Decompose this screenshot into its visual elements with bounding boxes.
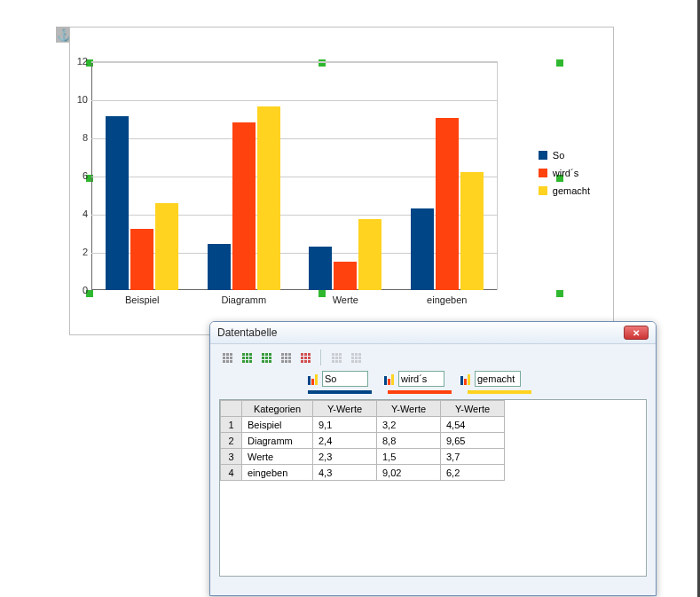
spacer-cell — [505, 417, 646, 433]
y-tick-label: 10 — [74, 94, 88, 105]
legend-swatch — [539, 169, 547, 177]
delete-row-icon[interactable] — [278, 350, 294, 365]
value-cell[interactable]: 2,4 — [313, 433, 377, 449]
series-name-row — [210, 371, 656, 390]
ywerte-header: Y-Werte — [441, 401, 505, 417]
y-tick-label: 12 — [74, 56, 88, 67]
category-label: eingeben — [407, 295, 487, 305]
legend-label: gemacht — [553, 185, 590, 196]
category-cell[interactable]: eingeben — [242, 465, 313, 481]
legend-item: gemacht — [539, 185, 590, 196]
bar[interactable] — [208, 244, 231, 290]
table-row[interactable]: 4 eingeben 4,3 9,02 6,2 — [221, 465, 646, 481]
table-row[interactable]: 2 Diagramm 2,4 8,8 9,65 — [221, 433, 646, 449]
bar[interactable] — [309, 247, 332, 290]
bar[interactable] — [130, 229, 153, 290]
plot-area: 024681012BeispielDiagrammWerteeingeben — [91, 61, 498, 290]
bar[interactable] — [334, 262, 357, 290]
bar-chart-icon — [308, 373, 320, 385]
table-row[interactable]: 1 Beispiel 9,1 3,2 4,54 — [221, 417, 646, 433]
value-cell[interactable]: 4,54 — [441, 417, 505, 433]
series-color-bar — [388, 390, 452, 394]
y-tick-label: 0 — [74, 285, 88, 295]
data-table-dialog[interactable]: Datentabelle ✕ — [209, 321, 657, 596]
grid-line — [91, 100, 497, 101]
delete-column-icon[interactable] — [297, 350, 313, 365]
bar[interactable] — [460, 172, 484, 290]
series-name-field[interactable] — [460, 371, 521, 387]
y-tick-label: 2 — [74, 247, 88, 257]
bar-chart-icon — [460, 373, 473, 385]
series-color-bar — [308, 390, 372, 394]
value-cell[interactable]: 6,2 — [441, 465, 505, 481]
ywerte-header: Y-Werte — [377, 401, 441, 417]
dialog-toolbar — [210, 344, 656, 371]
series-name-input[interactable] — [322, 371, 368, 387]
kategorien-header: Kategorien — [242, 401, 313, 417]
bar[interactable] — [232, 122, 256, 290]
y-tick-label: 8 — [74, 132, 88, 143]
close-icon: ✕ — [633, 328, 640, 338]
insert-row-icon[interactable] — [219, 350, 235, 365]
value-cell[interactable]: 3,2 — [377, 417, 441, 433]
insert-column-icon[interactable] — [239, 350, 255, 365]
row-number: 1 — [221, 417, 242, 433]
bar-chart-icon — [384, 373, 397, 385]
dialog-titlebar[interactable]: Datentabelle ✕ — [210, 322, 656, 344]
header-row: Kategorien Y-Werte Y-Werte Y-Werte — [221, 401, 646, 417]
series-name-field[interactable] — [384, 371, 444, 387]
table-row[interactable]: 3 Werte 2,3 1,5 3,7 — [221, 449, 646, 465]
spacer-cell — [505, 449, 646, 465]
value-cell[interactable]: 9,65 — [441, 433, 505, 449]
row-number: 4 — [221, 465, 242, 481]
row-number: 2 — [221, 433, 242, 449]
legend-swatch — [539, 186, 547, 195]
data-grid-container[interactable]: Kategorien Y-Werte Y-Werte Y-Werte 1 Bei… — [219, 399, 647, 577]
bar[interactable] — [436, 118, 459, 290]
corner-cell — [221, 401, 242, 417]
value-cell[interactable]: 2,3 — [313, 449, 377, 465]
value-cell[interactable]: 9,02 — [377, 465, 441, 481]
category-cell[interactable]: Werte — [242, 449, 313, 465]
selection-handle[interactable] — [556, 59, 563, 67]
spacer-cell — [505, 465, 646, 481]
bar[interactable] — [358, 219, 381, 290]
legend-swatch — [539, 151, 547, 160]
value-cell[interactable]: 3,7 — [441, 449, 505, 465]
category-label: Werte — [305, 295, 385, 305]
value-cell[interactable]: 4,3 — [313, 465, 377, 481]
category-cell[interactable]: Beispiel — [242, 417, 313, 433]
selection-handle[interactable] — [556, 290, 563, 297]
series-name-input[interactable] — [475, 371, 521, 387]
move-left-icon — [328, 350, 344, 365]
ywerte-header: Y-Werte — [313, 401, 377, 417]
spacer-cell — [505, 401, 646, 417]
legend-item: wird´s — [539, 168, 590, 178]
series-name-input[interactable] — [398, 371, 444, 387]
value-cell[interactable]: 9,1 — [313, 417, 377, 433]
close-button[interactable]: ✕ — [624, 326, 649, 340]
row-number: 3 — [221, 449, 242, 465]
y-tick-label: 4 — [74, 208, 88, 219]
legend: So wird´s gemacht — [539, 150, 590, 203]
legend-label: wird´s — [553, 168, 578, 178]
chart-object[interactable]: 024681012BeispielDiagrammWerteeingeben S… — [69, 27, 614, 335]
bar[interactable] — [257, 106, 280, 290]
bar[interactable] — [411, 208, 434, 290]
category-label: Diagramm — [204, 295, 284, 305]
data-grid[interactable]: Kategorien Y-Werte Y-Werte Y-Werte 1 Bei… — [220, 400, 646, 481]
series-name-field[interactable] — [308, 371, 368, 387]
move-right-icon — [348, 350, 364, 365]
insert-series-icon[interactable] — [258, 350, 274, 365]
value-cell[interactable]: 1,5 — [377, 449, 441, 465]
value-cell[interactable]: 8,8 — [377, 433, 441, 449]
toolbar-separator — [320, 350, 321, 365]
bar[interactable] — [155, 203, 178, 290]
grid-line — [91, 62, 497, 63]
category-cell[interactable]: Diagramm — [242, 433, 313, 449]
spacer-cell — [505, 433, 646, 449]
legend-label: So — [553, 150, 564, 161]
series-color-row — [210, 390, 656, 399]
legend-item: So — [539, 150, 590, 161]
bar[interactable] — [106, 116, 129, 290]
